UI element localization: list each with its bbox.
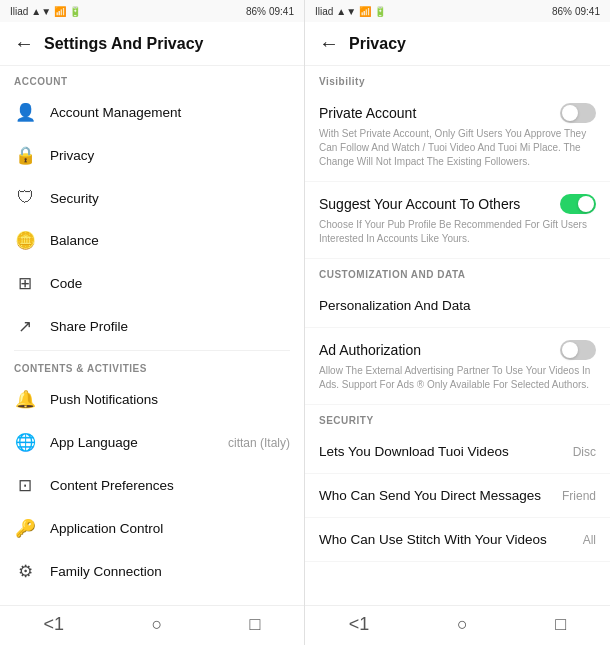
share-profile-label: Share Profile — [50, 319, 290, 334]
sidebar-item-content-preferences[interactable]: ⊡ Content Preferences — [0, 464, 304, 507]
left-panel: Iliad ▲▼ 📶 🔋 86% 09:41 ← Settings And Pr… — [0, 0, 305, 645]
family-connection-label: Family Connection — [50, 564, 290, 579]
battery-left: 86% — [246, 6, 266, 17]
security-label: Security — [50, 191, 290, 206]
download-videos-value: Disc — [573, 445, 596, 459]
ad-authorization-toggle-knob — [562, 342, 578, 358]
private-account-desc: With Set Private Account, Only Gift User… — [319, 127, 596, 169]
right-panel: Iliad ▲▼ 📶 🔋 86% 09:41 ← Privacy Visibil… — [305, 0, 610, 645]
application-control-label: Application Control — [50, 521, 290, 536]
direct-messages-value: Friend — [562, 489, 596, 503]
back-button-right[interactable]: ← — [319, 32, 339, 55]
bottom-nav-right: <1 ○ □ — [305, 605, 610, 645]
account-icon: 👤 — [14, 102, 36, 123]
language-icon: 🌐 — [14, 432, 36, 453]
carrier-left: Iliad — [10, 6, 28, 17]
suggest-account-toggle-knob — [578, 196, 594, 212]
section-divider-1 — [14, 350, 290, 351]
right-header: ← Privacy — [305, 22, 610, 66]
right-scroll-content: Visibility Private Account With Set Priv… — [305, 66, 610, 605]
sidebar-item-push-notifications[interactable]: 🔔 Push Notifications — [0, 378, 304, 421]
sidebar-item-privacy[interactable]: 🔒 Privacy — [0, 134, 304, 177]
suggest-account-desc: Choose If Your Pub Profile Be Recommende… — [319, 218, 596, 246]
ad-authorization-toggle[interactable] — [560, 340, 596, 360]
ad-authorization-desc: Allow The External Advertising Partner T… — [319, 364, 596, 392]
suggest-account-row: Suggest Your Account To Others Choose If… — [305, 182, 610, 259]
personalization-row[interactable]: Personalization And Data — [305, 284, 610, 328]
visibility-label: Visibility — [305, 66, 610, 91]
left-menu-scroll: ACCOUNT 👤 Account Management 🔒 Privacy 🛡… — [0, 66, 304, 605]
family-icon: ⚙ — [14, 561, 36, 582]
app-language-label: App Language — [50, 435, 214, 450]
sidebar-item-family-connection[interactable]: ⚙ Family Connection — [0, 550, 304, 593]
sidebar-item-share-profile[interactable]: ↗ Share Profile — [0, 305, 304, 348]
time-left: 09:41 — [269, 6, 294, 17]
sidebar-item-security[interactable]: 🛡 Security — [0, 177, 304, 219]
stitch-row[interactable]: Who Can Use Stitch With Your Videos All — [305, 518, 610, 562]
sidebar-item-app-language[interactable]: 🌐 App Language cittan (Italy) — [0, 421, 304, 464]
left-panel-title: Settings And Privacy — [44, 35, 203, 53]
download-videos-title: Lets You Download Tuoi Videos — [319, 444, 509, 459]
nav-back-right[interactable]: <1 — [349, 614, 370, 635]
suggest-account-toggle[interactable] — [560, 194, 596, 214]
code-label: Code — [50, 276, 290, 291]
nav-home-right[interactable]: ○ — [457, 614, 468, 635]
carrier-right: Iliad — [315, 6, 333, 17]
back-button-left[interactable]: ← — [14, 32, 34, 55]
sidebar-item-account-management[interactable]: 👤 Account Management — [0, 91, 304, 134]
private-account-toggle-knob — [562, 105, 578, 121]
status-bar-right: Iliad ▲▼ 📶 🔋 86% 09:41 — [305, 0, 610, 22]
app-control-icon: 🔑 — [14, 518, 36, 539]
balance-icon: 🪙 — [14, 230, 36, 251]
push-notifications-label: Push Notifications — [50, 392, 290, 407]
content-preferences-label: Content Preferences — [50, 478, 290, 493]
security-icon: 🛡 — [14, 188, 36, 208]
time-right: 09:41 — [575, 6, 600, 17]
account-management-label: Account Management — [50, 105, 290, 120]
right-panel-title: Privacy — [349, 35, 406, 53]
private-account-row: Private Account With Set Private Account… — [305, 91, 610, 182]
battery-right: 86% — [552, 6, 572, 17]
bottom-nav-left: <1 ○ □ — [0, 605, 304, 645]
nav-back-left[interactable]: <1 — [44, 614, 65, 635]
app-language-value: cittan (Italy) — [228, 436, 290, 450]
nav-recent-left[interactable]: □ — [249, 614, 260, 635]
personalization-title: Personalization And Data — [319, 298, 471, 313]
account-section-label: ACCOUNT — [0, 66, 304, 91]
customization-label: CUSTOMIZATION AND DATA — [305, 259, 610, 284]
sidebar-item-application-control[interactable]: 🔑 Application Control — [0, 507, 304, 550]
balance-label: Balance — [50, 233, 290, 248]
private-account-toggle[interactable] — [560, 103, 596, 123]
code-icon: ⊞ — [14, 273, 36, 294]
private-account-title: Private Account — [319, 105, 416, 121]
suggest-account-title: Suggest Your Account To Others — [319, 196, 520, 212]
direct-messages-title: Who Can Send You Direct Messages — [319, 488, 541, 503]
sidebar-item-balance[interactable]: 🪙 Balance — [0, 219, 304, 262]
download-videos-row[interactable]: Lets You Download Tuoi Videos Disc — [305, 430, 610, 474]
privacy-label: Privacy — [50, 148, 290, 163]
content-pref-icon: ⊡ — [14, 475, 36, 496]
ad-authorization-title: Ad Authorization — [319, 342, 421, 358]
privacy-icon: 🔒 — [14, 145, 36, 166]
status-bar-left: Iliad ▲▼ 📶 🔋 86% 09:41 — [0, 0, 304, 22]
sidebar-item-code[interactable]: ⊞ Code — [0, 262, 304, 305]
nav-recent-right[interactable]: □ — [555, 614, 566, 635]
stitch-title: Who Can Use Stitch With Your Videos — [319, 532, 547, 547]
contents-section-label: CONTENTS & ACTIVITIES — [0, 353, 304, 378]
left-header: ← Settings And Privacy — [0, 22, 304, 66]
bell-icon: 🔔 — [14, 389, 36, 410]
share-icon: ↗ — [14, 316, 36, 337]
stitch-value: All — [583, 533, 596, 547]
direct-messages-row[interactable]: Who Can Send You Direct Messages Friend — [305, 474, 610, 518]
ad-authorization-row: Ad Authorization Allow The External Adve… — [305, 328, 610, 405]
security-section-label: SECURITY — [305, 405, 610, 430]
nav-home-left[interactable]: ○ — [151, 614, 162, 635]
